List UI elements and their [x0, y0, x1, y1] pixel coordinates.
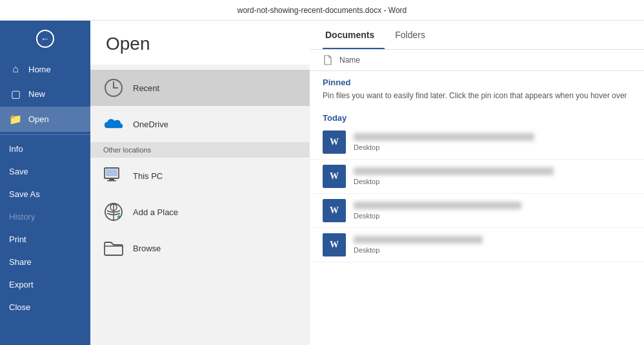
- file-name-blurred: [354, 133, 534, 141]
- location-thispc-label: This PC: [133, 171, 163, 181]
- sidebar-label-new: New: [28, 89, 45, 99]
- center-panel: Open Recent: [90, 21, 310, 345]
- title-text: word-not-showing-recent-documents.docx -…: [237, 6, 407, 15]
- location-list: Recent OneDrive Other locations: [90, 65, 310, 345]
- column-doc-icon: [323, 55, 333, 65]
- word-file-icon: W: [323, 233, 346, 256]
- pinned-description: Pin files you want to easily find later.…: [310, 90, 644, 107]
- today-label: Today: [310, 107, 644, 125]
- word-file-icon: W: [323, 131, 346, 154]
- addplace-icon: +: [103, 202, 124, 222]
- file-info: Desktop: [354, 133, 534, 151]
- open-icon: 📁: [9, 113, 22, 125]
- file-item[interactable]: W Desktop: [310, 160, 644, 194]
- sidebar-label-open: Open: [28, 114, 49, 124]
- svg-text:+: +: [117, 213, 121, 222]
- pc-icon: [103, 165, 124, 186]
- svg-rect-5: [109, 178, 114, 180]
- sidebar-item-close[interactable]: Close: [0, 296, 90, 319]
- sidebar-label-history: History: [9, 212, 35, 222]
- location-onedrive-label: OneDrive: [133, 120, 168, 129]
- location-browse-label: Browse: [133, 244, 161, 253]
- title-bar: word-not-showing-recent-documents.docx -…: [0, 0, 644, 21]
- sidebar-item-open[interactable]: 📁 Open: [0, 107, 90, 132]
- recent-icon: [103, 78, 124, 98]
- file-info: Desktop: [354, 167, 554, 185]
- file-location: Desktop: [354, 143, 534, 151]
- sidebar-item-export[interactable]: Export: [0, 273, 90, 296]
- file-item[interactable]: W Desktop: [310, 125, 644, 160]
- column-name-header: Name: [339, 56, 360, 65]
- sidebar-item-share[interactable]: Share: [0, 251, 90, 273]
- file-location: Desktop: [354, 212, 521, 220]
- word-file-icon: W: [323, 165, 346, 188]
- svg-rect-4: [106, 169, 117, 176]
- file-item[interactable]: W Desktop: [310, 194, 644, 228]
- sidebar-divider: [0, 134, 90, 135]
- sidebar-item-info[interactable]: Info: [0, 138, 90, 160]
- sidebar-item-print[interactable]: Print: [0, 228, 90, 251]
- file-info: Desktop: [354, 202, 521, 220]
- onedrive-icon: [103, 114, 124, 134]
- column-header: Name: [310, 50, 644, 71]
- sidebar-label-close: Close: [9, 302, 30, 312]
- tab-folders[interactable]: Folders: [392, 21, 436, 49]
- file-name-blurred: [354, 167, 554, 175]
- location-thispc[interactable]: This PC: [90, 158, 310, 194]
- file-name-blurred: [354, 236, 483, 244]
- word-file-icon: W: [323, 199, 346, 222]
- sidebar-label-export: Export: [9, 280, 34, 289]
- file-list: Pinned Pin files you want to easily find…: [310, 71, 644, 345]
- sidebar-label-save: Save: [9, 167, 28, 176]
- svg-rect-6: [107, 180, 116, 182]
- back-button[interactable]: ←: [0, 21, 90, 57]
- file-location: Desktop: [354, 178, 554, 185]
- tab-documents[interactable]: Documents: [323, 21, 385, 49]
- location-recent[interactable]: Recent: [90, 70, 310, 106]
- sidebar-item-new[interactable]: ▢ New: [0, 81, 90, 107]
- tabs-row: Documents Folders: [310, 21, 644, 50]
- file-location: Desktop: [354, 246, 483, 254]
- file-item[interactable]: W Desktop: [310, 228, 644, 262]
- home-icon: ⌂: [9, 63, 22, 75]
- sidebar-label-info: Info: [9, 144, 23, 154]
- sidebar-item-history: History: [0, 205, 90, 228]
- sidebar-item-save-as[interactable]: Save As: [0, 183, 90, 205]
- other-locations-header: Other locations: [90, 142, 310, 158]
- page-title: Open: [90, 21, 310, 65]
- location-addplace-label: Add a Place: [133, 207, 178, 217]
- browse-icon: [103, 238, 124, 258]
- pinned-label: Pinned: [310, 71, 644, 90]
- sidebar: ← ⌂ Home ▢ New 📁 Open Info Save Save As …: [0, 21, 90, 345]
- main-content: ← ⌂ Home ▢ New 📁 Open Info Save Save As …: [0, 21, 644, 345]
- new-icon: ▢: [9, 88, 22, 100]
- sidebar-label-home: Home: [28, 65, 51, 74]
- sidebar-item-home[interactable]: ⌂ Home: [0, 57, 90, 81]
- location-addplace[interactable]: + Add a Place: [90, 194, 310, 230]
- file-info: Desktop: [354, 236, 483, 254]
- back-icon: ←: [36, 30, 54, 48]
- sidebar-label-share: Share: [9, 257, 32, 267]
- sidebar-label-save-as: Save As: [9, 189, 40, 199]
- location-recent-label: Recent: [133, 83, 159, 93]
- sidebar-label-print: Print: [9, 235, 26, 244]
- file-name-blurred: [354, 202, 521, 209]
- location-browse[interactable]: Browse: [90, 230, 310, 266]
- location-onedrive[interactable]: OneDrive: [90, 106, 310, 142]
- right-panel: Documents Folders Name Pinned Pin files …: [310, 21, 644, 345]
- sidebar-item-save[interactable]: Save: [0, 160, 90, 183]
